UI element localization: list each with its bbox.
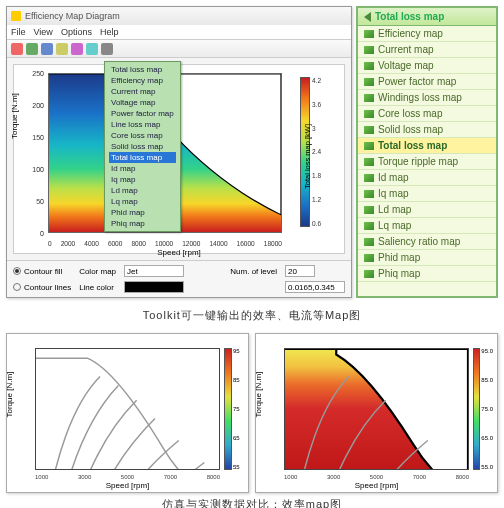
tool-icon[interactable] xyxy=(56,43,68,55)
map-icon xyxy=(364,78,374,86)
map-icon xyxy=(364,30,374,38)
map-icon xyxy=(364,270,374,278)
dd-item[interactable]: Iq map xyxy=(109,174,176,185)
colorbar-bar xyxy=(224,348,232,470)
contour-lines xyxy=(36,349,219,470)
tool-icon[interactable] xyxy=(41,43,53,55)
color-code-input[interactable] xyxy=(285,281,345,293)
color-map-label: Color map xyxy=(79,267,116,276)
dd-item[interactable]: Voltage map xyxy=(109,97,176,108)
map-icon xyxy=(364,142,374,150)
side-item-totalloss[interactable]: Total loss map xyxy=(358,138,496,154)
app-icon xyxy=(11,11,21,21)
x-axis: 0 2000 4000 6000 8000 10000 12000 14000 … xyxy=(48,240,282,247)
side-item-iq[interactable]: Iq map xyxy=(358,186,496,202)
contour-chart: Torque [N.m] 95 85 75 65 55 100 xyxy=(6,333,249,493)
colorbar: 4.2 3.6 3 2.4 1.8 1.2 0.6 Total loss map… xyxy=(300,77,334,227)
colorbar-ticks: 95 85 75 65 55 xyxy=(233,348,240,470)
line-color-label: Line color xyxy=(79,283,116,292)
dd-item[interactable]: Id map xyxy=(109,163,176,174)
side-item-lq[interactable]: Lq map xyxy=(358,218,496,234)
map-icon xyxy=(364,94,374,102)
contour-overlay xyxy=(285,349,468,470)
window-title: Efficiency Map Diagram xyxy=(25,11,120,21)
titlebar: Efficiency Map Diagram xyxy=(7,7,351,25)
dd-item[interactable]: Power factor map xyxy=(109,108,176,119)
caption-2: 仿真与实测数据对比：效率map图 xyxy=(0,497,504,508)
side-item-torqueripple[interactable]: Torque ripple map xyxy=(358,154,496,170)
map-side-menu: Total loss map Efficiency map Current ma… xyxy=(356,6,498,298)
dd-item[interactable]: Ld map xyxy=(109,185,176,196)
side-item-saliency[interactable]: Saliency ratio map xyxy=(358,234,496,250)
side-item-voltage[interactable]: Voltage map xyxy=(358,58,496,74)
map-icon xyxy=(364,254,374,262)
y-axis: 250 200 150 100 50 0 xyxy=(16,73,46,233)
side-menu-list: Efficiency map Current map Voltage map P… xyxy=(358,26,496,282)
menubar: File View Options Help xyxy=(7,25,351,40)
colorbar-label: Total loss map [kW] xyxy=(303,124,312,189)
efficiency-colorbar: 95 85 75 65 55 xyxy=(224,348,244,470)
x-ticks: 1000 3000 5000 7000 8000 xyxy=(35,474,220,480)
side-item-phiq[interactable]: Phiq map xyxy=(358,266,496,282)
menu-help[interactable]: Help xyxy=(100,27,119,37)
side-item-coreloss[interactable]: Core loss map xyxy=(358,106,496,122)
dd-item[interactable]: Solid loss map xyxy=(109,141,176,152)
menu-options[interactable]: Options xyxy=(61,27,92,37)
app-window: Efficiency Map Diagram File View Options… xyxy=(6,6,352,298)
plot-area: Total loss map Efficiency map Current ma… xyxy=(13,64,345,254)
tool-icon[interactable] xyxy=(101,43,113,55)
side-item-current[interactable]: Current map xyxy=(358,42,496,58)
radio-contour-lines[interactable]: Contour lines xyxy=(13,283,71,292)
menu-file[interactable]: File xyxy=(11,27,26,37)
map-icon xyxy=(364,126,374,134)
heatmap-plot xyxy=(284,348,469,470)
map-icon xyxy=(364,190,374,198)
dd-item[interactable]: Current map xyxy=(109,86,176,97)
dd-item-selected[interactable]: Total loss map xyxy=(109,152,176,163)
dd-item[interactable]: Lq map xyxy=(109,196,176,207)
map-icon xyxy=(364,46,374,54)
toolbar xyxy=(7,40,351,58)
x-ticks: 1000 3000 5000 7000 8000 xyxy=(284,474,469,480)
map-icon xyxy=(364,206,374,214)
dd-item[interactable]: Phid map xyxy=(109,207,176,218)
map-icon xyxy=(364,174,374,182)
x-axis-label: Speed [rpm] xyxy=(106,481,150,490)
caption-1: Toolkit可一键输出的效率、电流等Map图 xyxy=(0,308,504,323)
dd-item[interactable]: Line loss map xyxy=(109,119,176,130)
side-item-solidloss[interactable]: Solid loss map xyxy=(358,122,496,138)
map-icon xyxy=(364,222,374,230)
map-icon xyxy=(364,238,374,246)
side-item-phid[interactable]: Phid map xyxy=(358,250,496,266)
colorbar-ticks: 95.0 85.0 75.0 65.0 55.0 xyxy=(481,348,493,470)
side-item-windingsloss[interactable]: Windings loss map xyxy=(358,90,496,106)
tool-icon[interactable] xyxy=(11,43,23,55)
y-axis-label: Torque [N.m] xyxy=(5,372,14,418)
side-item-id[interactable]: Id map xyxy=(358,170,496,186)
map-type-dropdown[interactable]: Total loss map Efficiency map Current ma… xyxy=(104,61,181,232)
tool-icon[interactable] xyxy=(71,43,83,55)
colorbar-bar xyxy=(473,348,480,470)
tool-icon[interactable] xyxy=(26,43,38,55)
x-axis-label: Speed [rpm] xyxy=(157,248,201,257)
line-color-swatch[interactable] xyxy=(124,281,184,293)
tool-icon[interactable] xyxy=(86,43,98,55)
side-item-efficiency[interactable]: Efficiency map xyxy=(358,26,496,42)
side-menu-header[interactable]: Total loss map xyxy=(358,8,496,26)
side-item-ld[interactable]: Ld map xyxy=(358,202,496,218)
efficiency-colorbar: 95.0 85.0 75.0 65.0 55.0 xyxy=(473,348,493,470)
map-icon xyxy=(364,158,374,166)
dd-item[interactable]: Phiq map xyxy=(109,218,176,229)
menu-view[interactable]: View xyxy=(34,27,53,37)
dd-item[interactable]: Core loss map xyxy=(109,130,176,141)
x-axis-label: Speed [rpm] xyxy=(355,481,399,490)
map-icon xyxy=(364,110,374,118)
dd-item[interactable]: Total loss map xyxy=(109,64,176,75)
side-item-powerfactor[interactable]: Power factor map xyxy=(358,74,496,90)
color-map-input[interactable] xyxy=(124,265,184,277)
num-level-label: Num. of level xyxy=(230,267,277,276)
num-level-input[interactable] xyxy=(285,265,315,277)
radio-contour-fill[interactable]: Contour fill xyxy=(13,267,71,276)
efficiency-heatmap: Torque [N.m] 95.0 85.0 75.0 65.0 55.0 xyxy=(255,333,498,493)
dd-item[interactable]: Efficiency map xyxy=(109,75,176,86)
